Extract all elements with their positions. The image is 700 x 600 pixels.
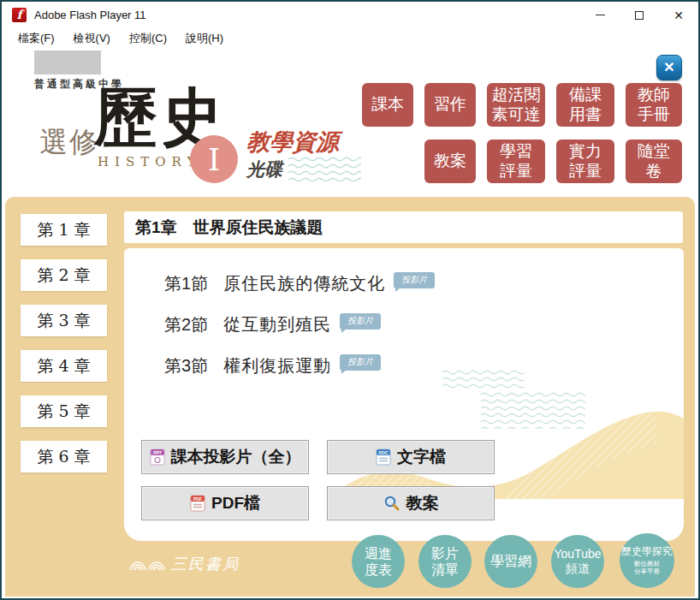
sidebar-chapter-3[interactable]: 第 3 章: [21, 305, 107, 336]
quiz-sheet-button[interactable]: 隨堂 卷: [626, 140, 682, 183]
pdf-file-button[interactable]: PDF PDF檔: [141, 486, 309, 520]
subject-title-english: HISTORY: [98, 154, 201, 169]
section-number: 第2節: [164, 313, 208, 336]
slides-badge[interactable]: 投影片: [340, 354, 381, 371]
menu-control[interactable]: 控制(C): [122, 29, 175, 48]
video-list-button[interactable]: 影片 清單: [418, 535, 472, 588]
minimize-button[interactable]: [580, 2, 620, 28]
waves-decoration: [442, 369, 524, 391]
file-button-label: 課本投影片（全）: [171, 446, 301, 468]
circle-title: 歷史學探究: [621, 545, 673, 557]
history-inquiry-platform-button[interactable]: 歷史學探究 數位教材 分享平臺: [620, 533, 674, 588]
pdf-icon: PDF: [190, 495, 205, 512]
publisher-logo: 三民書局: [128, 554, 240, 574]
file-button-label: 文字檔: [397, 446, 446, 468]
sidebar-chapter-5[interactable]: 第 5 章: [21, 395, 107, 427]
search-icon: [383, 495, 400, 512]
svg-text:PDF: PDF: [193, 496, 202, 502]
lesson-prep-book-button[interactable]: 備課 用書: [556, 83, 614, 127]
section-row-3[interactable]: 第3節 權利復振運動 投影片: [164, 353, 435, 378]
section-title: 原住民族的傳統文化: [223, 272, 385, 295]
section-number: 第3節: [164, 354, 208, 377]
sanmin-arcs-icon: [128, 557, 166, 571]
series-label: 選修: [39, 123, 99, 162]
lesson-plan-file-button[interactable]: 教案: [327, 486, 495, 520]
weekly-schedule-button[interactable]: 週進 度表: [352, 535, 405, 588]
header: 普通型高級中學 選修 歷史 HISTORY I 教學資源 光碟 ✕ 課本 習作 …: [2, 48, 698, 197]
menubar: 檔案(F) 檢視(V) 控制(C) 說明(H): [2, 28, 698, 48]
resource-buttons: 課本 習作 超活閱 素可達 備課 用書 教師 手冊 教案 學習 評量 實力 評量…: [362, 83, 682, 196]
titlebar: f Adobe Flash Player 11 ✕: [2, 2, 698, 28]
sidebar-chapter-6[interactable]: 第 6 章: [21, 441, 107, 472]
chapter-sidebar: 第 1 章 第 2 章 第 3 章 第 4 章 第 5 章 第 6 章: [21, 214, 107, 486]
workbook-button[interactable]: 習作: [424, 83, 476, 127]
menu-help[interactable]: 說明(H): [178, 29, 231, 48]
sidebar-chapter-1[interactable]: 第 1 章: [21, 214, 107, 246]
svg-text:DOC: DOC: [378, 450, 389, 455]
section-row-1[interactable]: 第1節 原住民族的傳統文化 投影片: [164, 270, 435, 296]
slides-badge[interactable]: 投影片: [340, 313, 381, 330]
learning-site-button[interactable]: 學習網: [484, 535, 537, 588]
section-title: 從互動到殖民: [223, 313, 331, 336]
text-file-button[interactable]: DOC 文字檔: [327, 440, 495, 474]
flash-player-window: f Adobe Flash Player 11 ✕ 檔案(F) 檢視(V) 控制…: [0, 0, 700, 600]
learning-assessment-button[interactable]: 學習 評量: [487, 140, 545, 183]
maximize-button[interactable]: [620, 2, 659, 28]
window-controls: ✕: [580, 2, 698, 28]
section-title: 權利復振運動: [223, 354, 331, 377]
chapter-panel: 第1節 原住民族的傳統文化 投影片 第2節 從互動到殖民 投影片 第3節 權利復…: [124, 248, 684, 541]
sidebar-chapter-2[interactable]: 第 2 章: [21, 259, 107, 291]
window-title: Adobe Flash Player 11: [34, 9, 146, 21]
content-area: 第 1 章 第 2 章 第 3 章 第 4 章 第 5 章 第 6 章 第1章 …: [5, 197, 695, 597]
file-button-label: PDF檔: [211, 492, 260, 514]
section-number: 第1節: [164, 272, 208, 295]
close-icon[interactable]: ✕: [656, 55, 682, 80]
svg-text:PPT: PPT: [153, 450, 162, 455]
menu-view[interactable]: 檢視(V): [66, 29, 118, 48]
lesson-plan-button[interactable]: 教案: [424, 140, 476, 183]
ppt-icon: PPT: [150, 449, 165, 466]
section-list: 第1節 原住民族的傳統文化 投影片 第2節 從互動到殖民 投影片 第3節 權利復…: [164, 270, 435, 394]
teacher-manual-button[interactable]: 教師 手冊: [626, 83, 682, 127]
file-button-label: 教案: [406, 492, 439, 514]
slides-badge[interactable]: 投影片: [394, 272, 435, 288]
doc-icon: DOC: [376, 449, 391, 466]
close-window-button[interactable]: ✕: [659, 2, 698, 28]
flash-icon: f: [12, 8, 27, 22]
reading-access-button[interactable]: 超活閱 素可達: [487, 83, 545, 127]
textbook-button[interactable]: 課本: [362, 83, 413, 127]
chapter-title: 第1章 世界原住民族議題: [135, 217, 323, 239]
disc-label: 光碟: [246, 157, 282, 181]
circle-subtitle: 數位教材 分享平臺: [634, 560, 660, 576]
sidebar-chapter-4[interactable]: 第 4 章: [21, 350, 107, 382]
volume-badge: I: [190, 135, 238, 183]
ability-assessment-button[interactable]: 實力 評量: [556, 140, 614, 183]
publisher-name: 三民書局: [171, 554, 240, 574]
waves-decoration: [288, 156, 361, 181]
youtube-channel-button[interactable]: YouTube 頻道: [551, 535, 604, 588]
resource-buttons-row2: 教案 學習 評量 實力 評量 隨堂 卷: [362, 140, 682, 183]
resource-buttons-row1: 課本 習作 超活閱 素可達 備課 用書 教師 手冊: [362, 83, 682, 127]
resource-label: 教學資源: [246, 127, 339, 157]
menu-file[interactable]: 檔案(F): [10, 29, 62, 48]
publisher-logo-placeholder: [34, 50, 101, 74]
chapter-title-bar: 第1章 世界原住民族議題: [124, 211, 683, 243]
textbook-slides-all-button[interactable]: PPT 課本投影片（全）: [141, 440, 309, 474]
section-row-2[interactable]: 第2節 從互動到殖民 投影片: [164, 312, 435, 337]
